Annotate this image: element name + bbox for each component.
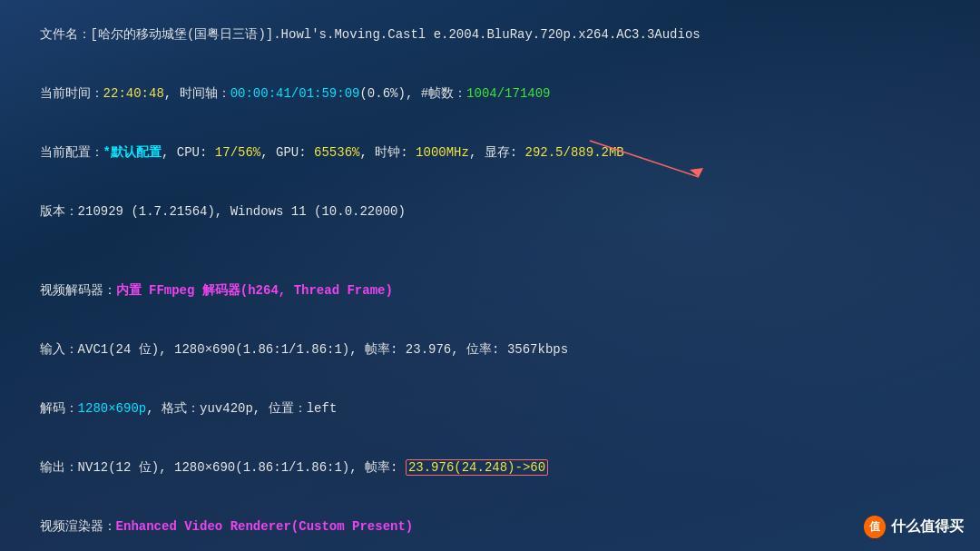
frame-sep: , #帧数： <box>406 86 466 101</box>
vrenderer-value: Enhanced Video Renderer(Custom Present) <box>116 519 414 534</box>
vin-value: AVC1(24 位), 1280×690(1.86:1/1.86:1), 帧率:… <box>78 342 568 357</box>
config-value: *默认配置 <box>103 145 162 160</box>
vrenderer-line: 视频渲染器：Enhanced Video Renderer(Custom Pre… <box>9 497 971 551</box>
filename-value: [哈尔的移动城堡(国粤日三语)].Howl's.Moving.Castl e.2… <box>91 27 701 42</box>
info-overlay: 文件名：[哈尔的移动城堡(国粤日三语)].Howl's.Moving.Castl… <box>0 0 980 551</box>
vdecode-label: 解码： <box>40 401 78 416</box>
cpu-value: 17/56% <box>215 145 260 160</box>
watermark-badge: 值 <box>864 516 886 538</box>
time-line: 当前时间：22:40:48, 时间轴：00:00:41/01:59:09(0.6… <box>9 64 971 123</box>
blank1 <box>9 241 971 261</box>
vdecode-value: 1280×690p <box>78 401 147 416</box>
vram-sep: , 显存: <box>469 145 525 160</box>
filename-line: 文件名：[哈尔的移动城堡(国粤日三语)].Howl's.Moving.Castl… <box>9 5 971 64</box>
annotation-arrow <box>581 132 726 186</box>
vrenderer-label: 视频渲染器： <box>40 519 116 534</box>
filename-label: 文件名： <box>40 27 91 42</box>
gpu-value: 65536% <box>314 145 359 160</box>
version-line: 版本：210929 (1.7.21564), Windows 11 (10.0.… <box>9 182 971 241</box>
vformat-sep: , 格式： <box>146 401 200 416</box>
svg-line-0 <box>590 141 699 177</box>
timeline-value: 00:00:41/01:59:09 <box>230 86 360 101</box>
time-value: 22:40:48 <box>103 86 164 101</box>
cpu-sep: , CPU: <box>162 145 215 160</box>
vin-line: 输入：AVC1(24 位), 1280×690(1.86:1/1.86:1), … <box>9 320 971 379</box>
watermark: 值 什么值得买 <box>864 516 964 538</box>
watermark-text: 什么值得买 <box>891 516 964 538</box>
config-line: 当前配置：*默认配置, CPU: 17/56%, GPU: 65536%, 时钟… <box>9 123 971 182</box>
fps-highlight-box: 23.976(24.248)->60 <box>406 459 548 476</box>
config-label: 当前配置： <box>40 145 103 160</box>
timeline-pct: (0.6%) <box>359 86 405 101</box>
vpos-value: left <box>307 401 338 416</box>
clock-sep: , 时钟: <box>359 145 416 160</box>
vout-line: 输出：NV12(12 位), 1280×690(1.86:1/1.86:1), … <box>9 438 971 497</box>
vformat-value: yuv420p <box>200 401 253 416</box>
vdec-line: 视频解码器：内置 FFmpeg 解码器(h264, Thread Frame) <box>9 261 971 320</box>
time-label: 当前时间： <box>40 86 103 101</box>
version-label: 版本： <box>40 204 78 219</box>
frame-value: 1004/171409 <box>466 86 550 101</box>
fps-value: 23.976(24.248)->60 <box>408 460 545 475</box>
vdecode-line: 解码：1280×690p, 格式：yuv420p, 位置：left <box>9 379 971 438</box>
gpu-sep: , GPU: <box>260 145 314 160</box>
vdec-label: 视频解码器： <box>40 283 116 298</box>
version-value: 210929 (1.7.21564), Windows 11 (10.0.220… <box>78 204 406 219</box>
vout-label: 输出： <box>40 460 78 475</box>
vdec-value: 内置 FFmpeg 解码器(h264, Thread Frame) <box>116 283 393 298</box>
clock-value: 1000MHz <box>416 145 469 160</box>
vin-label: 输入： <box>40 342 78 357</box>
vout-pre: NV12(12 位), 1280×690(1.86:1/1.86:1), 帧率: <box>78 460 406 475</box>
vpos-sep: , 位置： <box>253 401 307 416</box>
timeline-sep: , 时间轴： <box>164 86 230 101</box>
